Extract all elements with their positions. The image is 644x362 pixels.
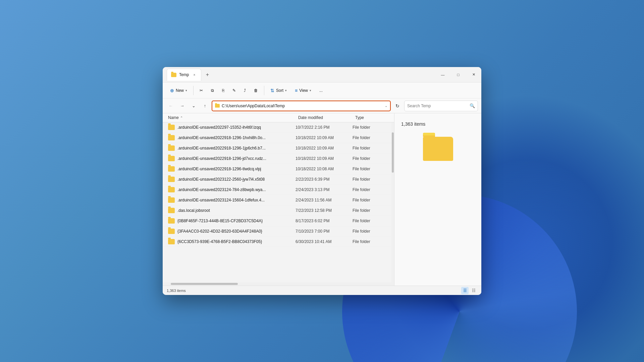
status-count: 1,363 items [167, 289, 186, 293]
cut-button[interactable]: ✂ [196, 86, 206, 95]
file-type-cell: File folder [353, 187, 386, 192]
table-row[interactable]: .arduinoIDE-unsaved2022918-1296-jd7xcc.r… [163, 154, 391, 164]
file-type-cell: File folder [353, 135, 386, 140]
folder-icon [168, 218, 175, 224]
cut-icon: ✂ [200, 88, 203, 93]
file-name-cell: .arduinoIDE-unsaved2022918-1296-1jp6ch6.… [168, 145, 296, 151]
address-input[interactable] [222, 104, 383, 108]
folder-icon [168, 229, 175, 234]
file-type-cell: File folder [353, 219, 386, 223]
file-rows: .arduinoIDE-unsaved202297-15352-ih4t6f.l… [163, 122, 391, 282]
search-icon: 🔍 [470, 103, 475, 108]
table-row[interactable]: .arduinoIDE-unsaved2022918-1296-1jp6ch6.… [163, 143, 391, 154]
file-list-area: Name ⌃ Date modified Type .arduinoIDE-un… [163, 113, 394, 286]
address-folder-icon [215, 104, 220, 108]
search-box[interactable]: 🔍 [404, 101, 478, 111]
rename-icon: ✎ [232, 88, 236, 93]
close-button[interactable]: ✕ [466, 69, 481, 80]
maximize-button[interactable]: □ [450, 69, 466, 80]
tab-temp[interactable]: Temp × [167, 69, 201, 81]
table-row[interactable]: {6CC3D573-939E-4768-B5F2-BB8C04373F05} 6… [163, 237, 391, 247]
file-name-cell: {6CC3D573-939E-4768-B5F2-BB8C04373F05} [168, 239, 296, 244]
table-row[interactable]: .arduinoIDE-unsaved202297-15352-ih4t6f.l… [163, 122, 391, 133]
detail-panel: 1,363 items [394, 113, 481, 286]
file-type-cell: File folder [353, 177, 386, 182]
file-type-cell: File folder [353, 146, 386, 150]
table-row[interactable]: {0B8F465F-7213-444B-8E15-CF2BD37C5D4A} 8… [163, 216, 391, 226]
table-row[interactable]: .arduinoIDE-unsaved2022918-1296-1hxhi8h.… [163, 133, 391, 143]
folder-icon [168, 125, 175, 130]
h-scrollbar-thumb[interactable] [171, 283, 238, 285]
table-row[interactable]: .arduinoIDE-unsaved2023124-784-z8bwpb.wy… [163, 185, 391, 195]
tab-folder-icon [171, 73, 176, 77]
paste-icon: ⎘ [222, 88, 224, 93]
table-row[interactable]: .arduinoIDE-unsaved2022918-1296-tlwdcq.v… [163, 164, 391, 174]
back-button[interactable]: ← [166, 101, 175, 111]
col-type-header[interactable]: Type [355, 115, 389, 120]
scrollbar-track[interactable] [391, 122, 394, 282]
refresh-button[interactable]: ↻ [393, 101, 402, 111]
file-type-cell: File folder [353, 198, 386, 202]
folder-icon [168, 187, 175, 192]
forward-button[interactable]: → [177, 101, 187, 111]
table-row[interactable]: .arduinoIDE-unsaved2023124-15604-1dfefux… [163, 195, 391, 205]
table-row[interactable]: .das.local.jobsroot 7/22/2023 12:58 PM F… [163, 205, 391, 216]
delete-button[interactable]: 🗑 [251, 86, 261, 95]
copy-icon: ⧉ [211, 88, 214, 93]
sort-button[interactable]: ⇅ Sort ▾ [267, 86, 290, 95]
share-button[interactable]: ⤴ [240, 86, 249, 95]
detail-item-count: 1,363 items [401, 121, 425, 127]
toolbar: ⊕ New ▾ ✂ ⧉ ⎘ ✎ ⤴ 🗑 ⇅ Sort ▾ ≡ [163, 82, 481, 99]
copy-button[interactable]: ⧉ [208, 86, 217, 95]
address-bar-row: ← → ⌄ ↑ ⌄ ↻ 🔍 [163, 99, 481, 113]
file-type-cell: File folder [353, 125, 386, 130]
horizontal-scrollbar[interactable] [163, 282, 394, 286]
file-name-cell: .arduinoIDE-unsaved2022918-1296-1hxhi8h.… [168, 135, 296, 140]
view-button[interactable]: ≡ View ▾ [291, 86, 315, 95]
folder-icon [168, 135, 175, 140]
scrollbar-thumb[interactable] [392, 132, 394, 173]
new-chevron-icon: ▾ [185, 89, 187, 92]
title-bar: Temp × + — □ ✕ [163, 67, 481, 82]
file-name-cell: .arduinoIDE-unsaved202297-15352-ih4t6f.l… [168, 125, 296, 130]
list-view-button[interactable]: ☰ [461, 287, 469, 294]
search-input[interactable] [407, 104, 468, 108]
explorer-window: Temp × + — □ ✕ ⊕ New ▾ [163, 67, 481, 295]
paste-button[interactable]: ⎘ [219, 86, 228, 95]
col-date-header[interactable]: Date modified [298, 115, 355, 120]
sort-arrow-icon: ⌃ [180, 116, 183, 120]
tab-close-button[interactable]: × [192, 72, 197, 77]
address-box[interactable]: ⌄ [212, 101, 391, 111]
column-headers: Name ⌃ Date modified Type [163, 113, 394, 122]
folder-icon [168, 166, 175, 172]
file-date-cell: 10/18/2022 10:09 AM [296, 135, 353, 140]
delete-icon: 🗑 [254, 88, 258, 93]
folder-icon [168, 156, 175, 161]
toolbar-separator-1 [193, 86, 194, 95]
more-button[interactable]: ... [316, 86, 326, 95]
file-type-cell: File folder [353, 239, 386, 244]
table-row[interactable]: {3FA4ACC0-6202-4D32-B520-63D4A4F248A0} 7… [163, 226, 391, 237]
rename-button[interactable]: ✎ [229, 86, 239, 95]
folder-icon [168, 177, 175, 182]
file-date-cell: 10/7/2022 2:16 PM [296, 125, 353, 130]
title-bar-left: Temp × + [167, 69, 435, 81]
dropdown-button[interactable]: ⌄ [189, 101, 198, 111]
minimize-button[interactable]: — [435, 69, 450, 80]
file-date-cell: 6/30/2023 10:41 AM [296, 239, 353, 244]
address-chevron-icon[interactable]: ⌄ [385, 104, 387, 108]
new-plus-icon: ⊕ [170, 88, 174, 93]
file-name-cell: {0B8F465F-7213-444B-8E15-CF2BD37C5D4A} [168, 218, 296, 224]
up-button[interactable]: ↑ [200, 101, 210, 111]
file-date-cell: 2/24/2023 3:13 PM [296, 187, 353, 192]
share-icon: ⤴ [244, 88, 246, 93]
new-tab-button[interactable]: + [203, 70, 212, 79]
table-row[interactable]: .arduinoIDE-unsaved2023122-2560-jyw7l4.x… [163, 174, 391, 185]
col-name-header[interactable]: Name ⌃ [168, 115, 298, 120]
view-icon: ≡ [295, 88, 298, 93]
file-type-cell: File folder [353, 229, 386, 234]
details-view-button[interactable]: ☷ [470, 287, 477, 294]
file-type-cell: File folder [353, 208, 386, 213]
new-button[interactable]: ⊕ New ▾ [167, 86, 191, 95]
folder-icon [168, 239, 175, 244]
